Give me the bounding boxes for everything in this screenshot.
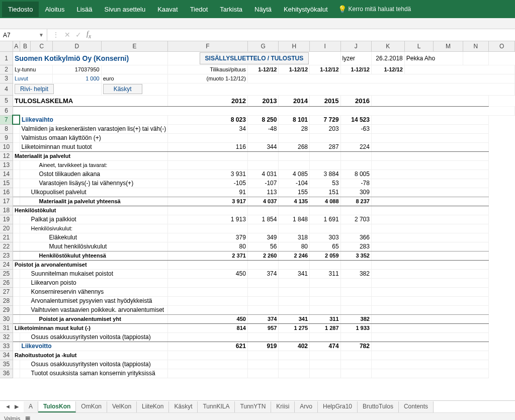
cell[interactable] xyxy=(340,151,371,160)
cell[interactable]: 1-12/12 xyxy=(310,65,341,74)
cell[interactable]: 8 005 xyxy=(340,170,371,179)
cell[interactable]: 957 xyxy=(247,323,279,332)
cell[interactable]: 53 xyxy=(310,179,341,188)
cell[interactable] xyxy=(371,142,488,151)
cell[interactable] xyxy=(13,224,20,233)
cell[interactable] xyxy=(13,251,20,260)
col-header-N[interactable]: N xyxy=(463,41,489,51)
cell[interactable] xyxy=(13,242,20,251)
cell[interactable] xyxy=(310,260,341,269)
cell[interactable]: 303 xyxy=(310,233,341,242)
cell[interactable]: 1 854 xyxy=(247,215,279,224)
cell[interactable]: 155 xyxy=(279,188,310,197)
cell[interactable]: Palkat ja palkkiot xyxy=(20,215,168,224)
cell[interactable] xyxy=(371,360,488,369)
cell[interactable]: 28 xyxy=(279,124,310,133)
cell[interactable]: 80 xyxy=(168,242,248,251)
cell[interactable] xyxy=(340,332,371,342)
cell[interactable] xyxy=(371,233,488,242)
cell[interactable] xyxy=(371,170,488,179)
row-header-27[interactable]: 27 xyxy=(0,287,13,296)
cell[interactable] xyxy=(340,305,371,314)
cell[interactable]: 3 884 xyxy=(310,170,341,179)
cell[interactable]: 450 xyxy=(168,269,248,278)
col-header-H[interactable]: H xyxy=(279,41,310,51)
cell[interactable]: Suomen Kotikylmiö Oy (Konserni) xyxy=(13,51,167,65)
cell[interactable]: 2 371 xyxy=(168,251,248,260)
cell[interactable] xyxy=(371,224,488,233)
cell[interactable]: 203 xyxy=(310,124,341,133)
cell[interactable] xyxy=(168,83,515,95)
select-all-corner[interactable] xyxy=(0,41,13,51)
cell[interactable] xyxy=(340,260,371,269)
cell[interactable]: Rahoitustuotot ja -kulut xyxy=(13,351,167,360)
cell[interactable] xyxy=(371,296,488,305)
cell[interactable]: Liiketoiminnan muut kulut (-) xyxy=(13,323,167,332)
cell[interactable] xyxy=(371,278,488,287)
cell[interactable]: 382 xyxy=(340,269,371,278)
cell[interactable] xyxy=(13,360,20,369)
row-header-3[interactable]: 3 xyxy=(0,74,13,83)
cell[interactable]: 782 xyxy=(340,342,371,351)
cell[interactable]: lyzer xyxy=(340,51,371,65)
sheet-tab-a[interactable]: A xyxy=(24,401,38,412)
cell[interactable]: Materiaalit ja palvelut xyxy=(13,151,167,160)
cell[interactable]: Henkilösivukulut: xyxy=(20,224,168,233)
cell[interactable]: 349 xyxy=(247,233,279,242)
cell[interactable] xyxy=(279,160,310,170)
cell[interactable]: Poistot ja arvonalentumiset xyxy=(13,260,167,269)
cell[interactable] xyxy=(340,287,371,296)
cell[interactable]: 2016 xyxy=(340,95,371,106)
row-header-12[interactable]: 12 xyxy=(0,151,13,160)
cell[interactable] xyxy=(13,369,20,378)
cell[interactable] xyxy=(279,296,310,305)
cell[interactable]: 1 691 xyxy=(310,215,341,224)
cell[interactable] xyxy=(13,287,20,296)
cell[interactable]: 374 xyxy=(247,269,279,278)
cell[interactable] xyxy=(310,151,341,160)
cell[interactable] xyxy=(340,351,371,360)
cell[interactable]: 1-12/12 xyxy=(247,65,279,74)
cell[interactable]: Liikevaihto xyxy=(20,115,168,124)
cell[interactable] xyxy=(371,251,488,260)
col-header-G[interactable]: G xyxy=(247,41,279,51)
cell[interactable] xyxy=(279,332,310,342)
cell[interactable] xyxy=(371,160,488,170)
cell[interactable] xyxy=(340,133,371,142)
cell[interactable]: 2015 xyxy=(310,95,341,106)
cell[interactable] xyxy=(247,296,279,305)
kaskyt-button[interactable]: Käskyt xyxy=(103,84,142,94)
cell[interactable]: -78 xyxy=(340,179,371,188)
cell[interactable] xyxy=(371,351,488,360)
cell[interactable] xyxy=(371,188,488,197)
cell[interactable]: 2013 xyxy=(247,95,279,106)
contents-button[interactable]: SISÄLLYSLUETTELO / TULOSTUS xyxy=(200,52,309,64)
cell[interactable] xyxy=(310,287,341,296)
row-header-5[interactable]: 5 xyxy=(0,95,13,106)
cell[interactable]: 116 xyxy=(168,142,248,151)
row-header-31[interactable]: 31 xyxy=(0,323,13,332)
cell[interactable] xyxy=(310,360,341,369)
cell[interactable] xyxy=(310,369,341,378)
cell[interactable]: Luvut xyxy=(13,74,52,83)
cell[interactable] xyxy=(340,369,371,378)
col-header-J[interactable]: J xyxy=(340,41,371,51)
col-header-C[interactable]: C xyxy=(31,41,53,51)
cell[interactable]: 14 523 xyxy=(340,115,371,124)
cell[interactable] xyxy=(371,133,488,142)
cell[interactable]: 26.2.2018 xyxy=(371,51,404,65)
cell[interactable]: 287 xyxy=(310,142,341,151)
cell[interactable]: Liikevoitto xyxy=(20,342,168,351)
cell[interactable] xyxy=(371,197,488,206)
cell[interactable]: Henkilöstökulut xyxy=(13,206,167,215)
cell[interactable]: 224 xyxy=(340,142,371,151)
cell[interactable] xyxy=(247,160,279,170)
row-header-24[interactable]: 24 xyxy=(0,260,13,269)
sheet-tab-bruttotulos[interactable]: BruttoTulos xyxy=(358,401,399,412)
cell[interactable] xyxy=(279,278,310,287)
cell[interactable]: 1 913 xyxy=(168,215,248,224)
cell[interactable]: 4 135 xyxy=(279,197,310,206)
row-header-33[interactable]: 33 xyxy=(0,342,13,351)
cell[interactable]: 309 xyxy=(340,188,371,197)
cell[interactable] xyxy=(310,224,341,233)
